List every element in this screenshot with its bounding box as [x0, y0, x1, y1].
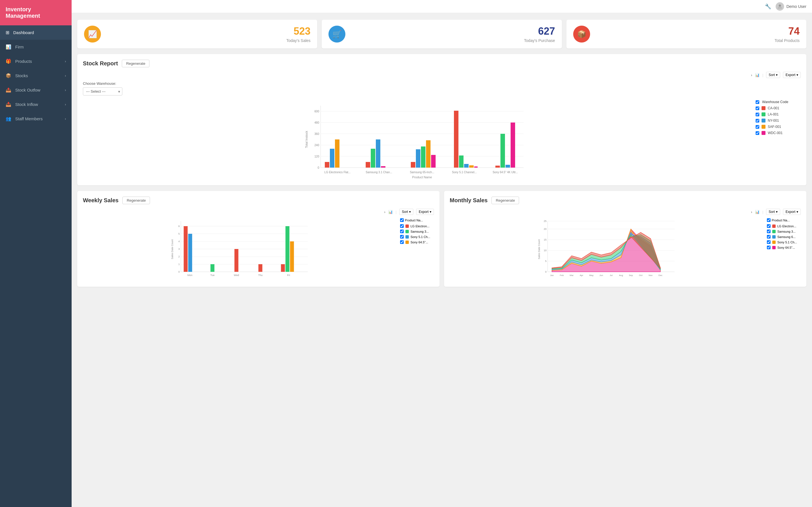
svg-rect-33 — [469, 165, 474, 168]
stock-report-section: Stock Report Regenerate › 📊 | Sort ▾ Exp… — [77, 54, 806, 185]
weekly-chart-area: Sales Date Count 0 1 2 3 4 — [83, 218, 434, 281]
svg-text:Tue: Tue — [210, 274, 214, 277]
monthly-export-button[interactable]: Export ▾ — [783, 209, 801, 215]
legend-ca001-checkbox[interactable] — [756, 107, 759, 110]
stock-report-toolbar: › 📊 | Sort ▾ Export ▾ — [83, 72, 801, 78]
weekly-bar-icon[interactable]: 📊 — [388, 210, 393, 214]
stock-report-header: Stock Report Regenerate — [83, 60, 801, 67]
sales-icon: 📈 — [84, 25, 101, 43]
sidebar: Inventory Management ⊞ Dashboard 📊 Firm … — [0, 0, 71, 507]
bar-chart-view-icon[interactable]: 📊 — [755, 73, 760, 77]
sidebar-item-stocks[interactable]: 📦 Stocks › — [0, 68, 71, 83]
monthly-sales-header: Monthly Sales Regenerate — [450, 196, 801, 204]
weekly-sort-button[interactable]: Sort ▾ — [399, 209, 413, 215]
svg-rect-61 — [211, 264, 214, 272]
app-title: Inventory Management — [0, 0, 71, 25]
legend-la001: LA-001 — [756, 112, 801, 116]
weekly-legend-sony64: Sony 64.5"... — [400, 240, 434, 244]
bottom-charts-row: Weekly Sales Regenerate › 📊 | Sort ▾ Exp… — [77, 191, 806, 287]
monthly-lg-checkbox[interactable] — [767, 224, 770, 228]
svg-text:Nov: Nov — [649, 274, 652, 277]
legend-ny001-checkbox[interactable] — [756, 119, 759, 122]
weekly-bar-chart: Sales Date Count 0 1 2 3 4 — [83, 218, 397, 281]
weekly-samsung3-checkbox[interactable] — [400, 230, 404, 233]
monthly-lg-color — [772, 224, 776, 228]
monthly-bar-icon[interactable]: 📊 — [755, 210, 760, 214]
monthly-sony64-checkbox[interactable] — [767, 245, 770, 249]
weekly-lg-checkbox[interactable] — [400, 224, 404, 228]
stock-export-button[interactable]: Export ▾ — [783, 72, 801, 78]
monthly-sales-section: Monthly Sales Regenerate › 📊 | Sort ▾ Ex… — [444, 191, 806, 287]
svg-text:10: 10 — [544, 249, 546, 252]
svg-text:Thu: Thu — [258, 274, 263, 277]
weekly-regenerate-button[interactable]: Regenerate — [122, 196, 150, 204]
sidebar-item-staff[interactable]: 👥 Staff Members › — [0, 112, 71, 126]
legend-ca001: CA-001 — [756, 106, 801, 110]
weekly-toolbar: › 📊 | Sort ▾ Export ▾ — [83, 209, 434, 215]
sidebar-item-stock-inflow[interactable]: 📥 Stock Inflow › — [0, 97, 71, 112]
stock-report-regenerate-button[interactable]: Regenerate — [122, 60, 149, 67]
monthly-legend-checkbox[interactable] — [767, 218, 770, 222]
svg-rect-15 — [325, 162, 329, 168]
monthly-legend: Product Na... LG Electron... Samsung 3..… — [767, 218, 801, 281]
monthly-sort-button[interactable]: Sort ▾ — [766, 209, 780, 215]
monthly-regenerate-button[interactable]: Regenerate — [492, 196, 519, 204]
weekly-legend-checkbox[interactable] — [400, 218, 404, 222]
monthly-sort-chevron: ▾ — [776, 210, 777, 214]
monthly-chevron-icon[interactable]: › — [751, 210, 752, 214]
stock-sort-button[interactable]: Sort ▾ — [766, 72, 780, 78]
firm-icon: 📊 — [6, 44, 11, 50]
svg-text:LG Electronics Flat...: LG Electronics Flat... — [324, 171, 351, 174]
settings-icon[interactable]: 🔧 — [765, 3, 771, 10]
weekly-sony51-checkbox[interactable] — [400, 235, 404, 238]
svg-rect-69 — [290, 241, 294, 272]
svg-point-0 — [779, 4, 781, 7]
svg-text:Total Instock: Total Instock — [305, 131, 308, 148]
svg-text:Samsung 65-Inch...: Samsung 65-Inch... — [410, 171, 435, 174]
weekly-chevron-icon[interactable]: › — [384, 210, 386, 214]
svg-rect-17 — [335, 139, 340, 168]
monthly-sony51-checkbox[interactable] — [767, 240, 770, 244]
weekly-export-button[interactable]: Export ▾ — [416, 209, 434, 215]
legend-ny001-color — [762, 119, 765, 122]
sidebar-item-products[interactable]: 🎁 Products › — [0, 54, 71, 68]
chevron-right-icon: › — [65, 103, 66, 107]
products-info: 74 Total Products — [596, 25, 800, 43]
legend-saf001-checkbox[interactable] — [756, 125, 759, 129]
chevron-right-icon: › — [65, 117, 66, 121]
monthly-samsung65-checkbox[interactable] — [767, 235, 770, 238]
monthly-area-chart: Sales Date Count 0 5 10 15 20 — [450, 218, 764, 281]
monthly-legend-sony51: Sony 5.1 Ch... — [767, 240, 801, 244]
legend-la001-checkbox[interactable] — [756, 113, 759, 116]
legend-wdc001-checkbox[interactable] — [756, 131, 759, 135]
outflow-icon: 📤 — [6, 87, 11, 93]
legend-saf001-color — [762, 125, 765, 129]
legend-saf001: SAF-001 — [756, 125, 801, 129]
monthly-legend-samsung65: Samsung 6... — [767, 235, 801, 238]
legend-title-checkbox[interactable] — [756, 100, 759, 104]
user-info: Demo User — [776, 2, 806, 11]
monthly-sales-title: Monthly Sales — [450, 197, 488, 204]
purchase-info: 627 Today's Purchase — [351, 25, 555, 43]
user-name: Demo User — [786, 4, 806, 9]
svg-rect-27 — [426, 140, 430, 168]
weekly-sony64-checkbox[interactable] — [400, 240, 404, 244]
monthly-samsung65-color — [772, 235, 776, 238]
products-label: Total Products — [596, 38, 800, 43]
sidebar-item-stock-outflow[interactable]: 📤 Stock Outfow › — [0, 83, 71, 97]
warehouse-select[interactable]: --- Select --- CA-001 LA-001 NY-001 SAF-… — [83, 87, 122, 96]
monthly-samsung3-checkbox[interactable] — [767, 230, 770, 233]
stock-report-title: Stock Report — [83, 60, 118, 67]
sidebar-item-firm[interactable]: 📊 Firm — [0, 40, 71, 54]
svg-text:Aug: Aug — [619, 274, 623, 277]
svg-text:May: May — [589, 274, 594, 277]
svg-text:Sony 64.5" 4K Ultr...: Sony 64.5" 4K Ultr... — [493, 171, 518, 174]
legend-ca001-color — [762, 106, 765, 110]
svg-rect-22 — [381, 166, 386, 168]
svg-text:6: 6 — [178, 225, 180, 228]
chevron-right-icon[interactable]: › — [751, 73, 752, 77]
svg-rect-25 — [416, 149, 420, 168]
svg-text:5: 5 — [178, 232, 180, 235]
sidebar-item-dashboard[interactable]: ⊞ Dashboard — [0, 25, 71, 40]
svg-text:5: 5 — [545, 260, 546, 263]
